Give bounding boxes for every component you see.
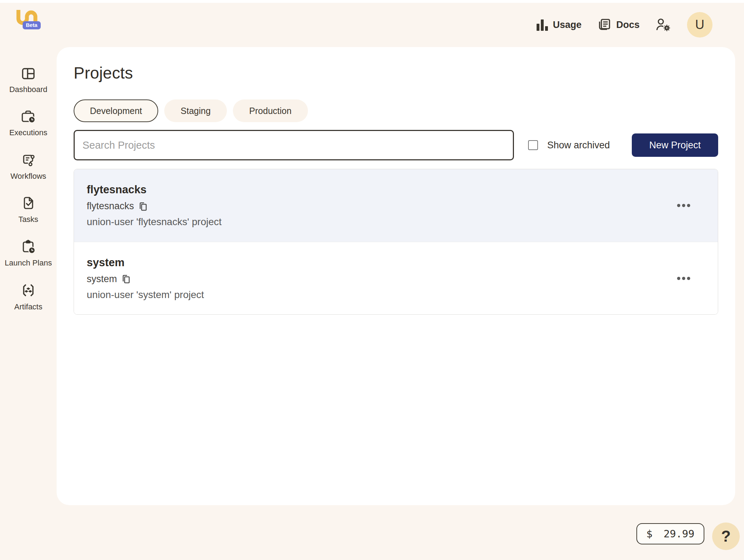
beta-badge: Beta [23, 21, 41, 29]
usage-button[interactable]: Usage [537, 19, 582, 31]
tab-staging[interactable]: Staging [164, 99, 227, 122]
launch-plans-icon [21, 239, 36, 254]
sidebar-item-label: Workflows [10, 172, 46, 181]
project-list: flytesnacks flytesnacks union-user 'flyt… [74, 169, 718, 315]
usage-label: Usage [553, 19, 582, 30]
project-title: system [87, 256, 204, 269]
copy-project-name-button[interactable] [138, 201, 148, 211]
new-project-button[interactable]: New Project [632, 133, 718, 157]
copy-icon [121, 274, 131, 284]
credits-balance[interactable]: $ 29.99 [636, 523, 704, 544]
workflows-icon [21, 153, 36, 167]
project-description: union-user 'flytesnacks' project [87, 216, 222, 228]
show-archived-label: Show archived [547, 140, 610, 151]
project-info: system system union-user 'system' projec… [87, 256, 204, 301]
sidebar-item-label: Tasks [18, 215, 38, 224]
avatar[interactable]: U [687, 12, 712, 38]
executions-icon [21, 109, 36, 124]
credits-amount: 29.99 [664, 528, 694, 540]
main-panel: Projects Development Staging Production … [57, 47, 735, 505]
project-description: union-user 'system' project [87, 289, 204, 301]
search-input[interactable] [74, 130, 514, 160]
show-archived-checkbox[interactable] [528, 140, 538, 150]
project-row-system[interactable]: system system union-user 'system' projec… [74, 242, 718, 314]
sidebar-item-workflows[interactable]: Workflows [2, 153, 55, 181]
sidebar-item-artifacts[interactable]: Artifacts [2, 282, 55, 312]
project-title: flytesnacks [87, 183, 222, 196]
domain-tabs: Development Staging Production [74, 99, 718, 122]
docs-label: Docs [616, 19, 640, 30]
tab-production[interactable]: Production [233, 99, 308, 122]
currency-symbol: $ [646, 528, 652, 540]
sidebar-item-label: Dashboard [9, 85, 47, 94]
copy-project-name-button[interactable] [121, 274, 131, 284]
header-actions: Usage Docs [537, 12, 712, 38]
project-menu-button[interactable] [674, 201, 693, 210]
bar-chart-icon [537, 19, 548, 31]
tab-development[interactable]: Development [74, 99, 158, 122]
user-gear-icon [655, 17, 671, 32]
project-name: flytesnacks [87, 201, 134, 212]
artifacts-icon [21, 282, 36, 298]
sidebar-item-tasks[interactable]: Tasks [2, 196, 55, 224]
sidebar: Dashboard Executions Workflows Tasks [0, 67, 57, 326]
copy-icon [138, 201, 148, 211]
project-info: flytesnacks flytesnacks union-user 'flyt… [87, 183, 222, 228]
sidebar-item-dashboard[interactable]: Dashboard [2, 67, 55, 94]
ellipsis-icon [677, 277, 680, 280]
union-logo[interactable]: Beta [16, 8, 40, 30]
sidebar-item-label: Artifacts [14, 302, 42, 312]
search-row: Show archived New Project [74, 130, 718, 160]
window-top-strip [0, 0, 744, 3]
page-title: Projects [74, 47, 718, 82]
user-management-button[interactable] [655, 17, 671, 32]
sidebar-item-launch-plans[interactable]: Launch Plans [2, 239, 55, 268]
project-row-flytesnacks[interactable]: flytesnacks flytesnacks union-user 'flyt… [74, 169, 718, 242]
avatar-initial: U [695, 17, 704, 32]
help-button[interactable]: ? [712, 522, 740, 550]
ellipsis-icon [677, 204, 680, 207]
tasks-icon [21, 196, 36, 211]
question-mark-icon: ? [721, 527, 731, 545]
sidebar-item-label: Launch Plans [5, 258, 52, 268]
dashboard-icon [21, 67, 35, 81]
show-archived-toggle: Show archived [528, 140, 610, 151]
project-menu-button[interactable] [674, 274, 693, 283]
sidebar-item-executions[interactable]: Executions [2, 109, 55, 137]
project-name: system [87, 274, 117, 285]
sidebar-item-label: Executions [9, 128, 47, 137]
docs-button[interactable]: Docs [597, 18, 640, 32]
docs-icon [597, 18, 611, 32]
